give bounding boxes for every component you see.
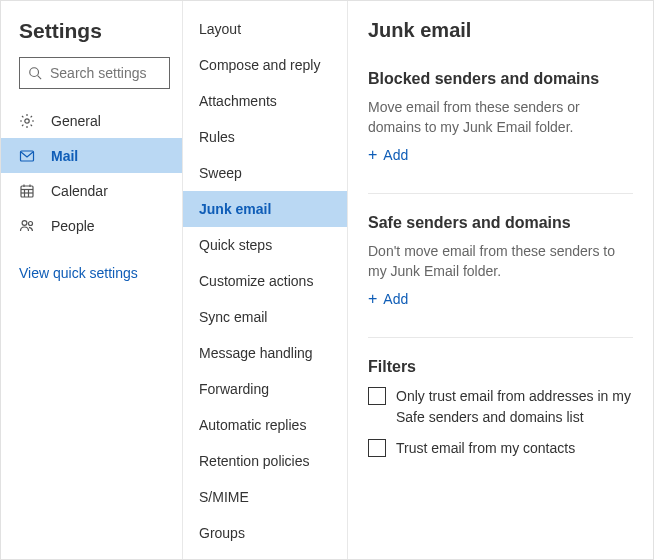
svg-point-11 [22,220,27,225]
page-title: Junk email [368,19,633,42]
midlist-item-retention-policies[interactable]: Retention policies [183,443,347,479]
content-pane: Junk email Blocked senders and domains M… [348,1,653,559]
midlist-item-message-handling[interactable]: Message handling [183,335,347,371]
settings-window: Settings General [0,0,654,560]
filter-trust-contacts[interactable]: Trust email from my contacts [368,438,633,459]
gear-icon [19,113,39,129]
midlist-item-automatic-replies[interactable]: Automatic replies [183,407,347,443]
sidebar-item-mail[interactable]: Mail [1,138,182,173]
mail-icon [19,148,39,164]
svg-rect-4 [21,186,33,197]
checkbox-label: Only trust email from addresses in my Sa… [396,386,633,428]
blocked-section-desc: Move email from these senders or domains… [368,98,633,137]
midlist-item-smime[interactable]: S/MIME [183,479,347,515]
checkbox[interactable] [368,439,386,457]
filter-only-trust-safe[interactable]: Only trust email from addresses in my Sa… [368,386,633,428]
midlist-item-layout[interactable]: Layout [183,11,347,47]
sidebar-item-general[interactable]: General [1,103,182,138]
mail-settings-list: Layout Compose and reply Attachments Rul… [183,1,348,559]
checkbox[interactable] [368,387,386,405]
midlist-item-sweep[interactable]: Sweep [183,155,347,191]
plus-icon: + [368,147,377,163]
midlist-item-forwarding[interactable]: Forwarding [183,371,347,407]
nav-label: Mail [51,148,78,164]
safe-section-desc: Don't move email from these senders to m… [368,242,633,281]
settings-title: Settings [1,19,182,57]
divider [368,337,633,338]
add-label: Add [383,291,408,307]
blocked-section-title: Blocked senders and domains [368,70,633,88]
add-safe-button[interactable]: + Add [368,291,633,307]
add-label: Add [383,147,408,163]
search-input[interactable] [19,57,170,89]
midlist-item-attachments[interactable]: Attachments [183,83,347,119]
search-icon [28,66,42,80]
sidebar-item-calendar[interactable]: Calendar [1,173,182,208]
calendar-icon [19,183,39,199]
midlist-item-sync-email[interactable]: Sync email [183,299,347,335]
svg-point-2 [25,118,29,122]
divider [368,193,633,194]
sidebar-item-people[interactable]: People [1,208,182,243]
view-quick-settings-link[interactable]: View quick settings [1,243,182,303]
nav-label: People [51,218,95,234]
people-icon [19,218,39,234]
svg-point-0 [30,68,39,77]
checkbox-label: Trust email from my contacts [396,438,575,459]
safe-section-title: Safe senders and domains [368,214,633,232]
add-blocked-button[interactable]: + Add [368,147,633,163]
sidebar: Settings General [1,1,183,559]
nav-label: General [51,113,101,129]
svg-point-12 [29,221,33,225]
filters-section-title: Filters [368,358,633,376]
svg-line-1 [38,76,42,80]
plus-icon: + [368,291,377,307]
midlist-item-rules[interactable]: Rules [183,119,347,155]
midlist-item-quick-steps[interactable]: Quick steps [183,227,347,263]
midlist-item-groups[interactable]: Groups [183,515,347,551]
midlist-item-customize-actions[interactable]: Customize actions [183,263,347,299]
midlist-item-compose[interactable]: Compose and reply [183,47,347,83]
nav-label: Calendar [51,183,108,199]
midlist-item-junk-email[interactable]: Junk email [183,191,347,227]
